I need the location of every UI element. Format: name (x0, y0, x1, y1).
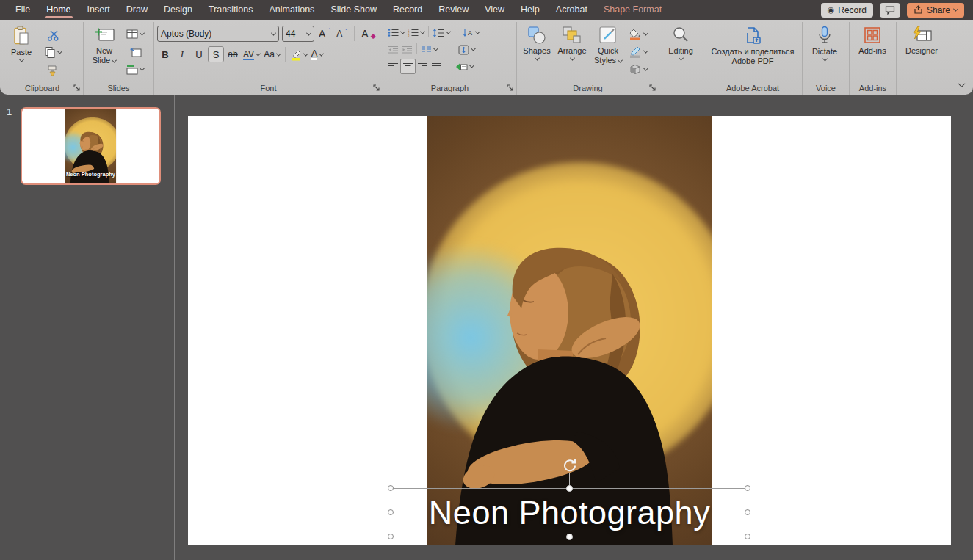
clear-formatting-button[interactable]: A◆ (360, 26, 377, 42)
new-slide-button[interactable]: New Slide (87, 23, 122, 65)
font-name-select[interactable]: Aptos (Body) (157, 26, 279, 42)
text-shadow-button[interactable]: S (208, 46, 224, 62)
tab-animations[interactable]: Animations (261, 0, 323, 20)
share-button[interactable]: Share (907, 3, 964, 18)
record-icon: ◉ (828, 6, 835, 14)
justify-button[interactable] (430, 59, 444, 74)
decrease-indent-button[interactable] (386, 42, 400, 57)
paste-button[interactable]: Paste (4, 23, 38, 62)
shape-fill-button[interactable] (627, 26, 649, 42)
share-icon (914, 5, 923, 15)
dictate-button[interactable]: Dictate (806, 23, 844, 62)
line-spacing-button[interactable] (431, 25, 452, 40)
copy-button[interactable] (43, 45, 63, 60)
tab-design[interactable]: Design (156, 0, 200, 20)
arrange-button[interactable]: Arrange (554, 23, 590, 61)
editing-button[interactable]: Editing (662, 23, 699, 61)
tab-view[interactable]: View (477, 0, 513, 20)
group-drawing: Shapes Arrange Quick Styles (517, 22, 659, 95)
slide-photo[interactable] (427, 116, 712, 545)
resize-handle-s[interactable] (566, 534, 573, 540)
align-text-button[interactable] (457, 42, 477, 57)
decrease-font-button[interactable]: Aˇ (335, 26, 349, 42)
quick-styles-icon (598, 26, 618, 45)
microphone-icon (816, 26, 833, 46)
font-size-select[interactable]: 44 (282, 26, 314, 42)
drawing-dialog-launcher[interactable] (649, 84, 656, 92)
highlight-color-button[interactable] (289, 47, 309, 62)
tab-draw[interactable]: Draw (118, 0, 156, 20)
text-direction-button[interactable]: A (460, 25, 481, 40)
font-dialog-launcher[interactable] (373, 84, 380, 92)
tab-file[interactable]: File (7, 0, 38, 20)
group-addins: Add-ins Add-ins (850, 22, 897, 95)
find-icon (671, 26, 690, 45)
tab-slide-show[interactable]: Slide Show (322, 0, 385, 20)
designer-icon (911, 26, 933, 45)
bold-button[interactable]: B (157, 46, 173, 62)
shape-outline-button[interactable] (627, 44, 649, 59)
resize-handle-ne[interactable] (745, 485, 750, 491)
increase-font-button[interactable]: Aˆ (317, 26, 332, 42)
comment-icon (885, 6, 895, 15)
align-right-button[interactable] (416, 59, 430, 74)
group-designer: Designer (897, 22, 950, 95)
layout-button[interactable] (125, 26, 145, 42)
rotate-handle[interactable] (562, 457, 578, 473)
shapes-button[interactable]: Shapes (520, 23, 554, 61)
slide-thumbnail[interactable]: Neon Photography (21, 107, 161, 185)
underline-button[interactable]: U (191, 46, 207, 62)
tab-record[interactable]: Record (385, 0, 430, 20)
addins-button[interactable]: Add-ins (853, 23, 892, 56)
collapse-ribbon-button[interactable] (959, 77, 964, 90)
italic-button[interactable]: I (174, 46, 190, 62)
align-left-button[interactable] (386, 59, 400, 74)
smartart-button[interactable] (454, 59, 475, 74)
section-chevron-icon (140, 66, 145, 71)
svg-text:3: 3 (408, 34, 410, 37)
font-color-button[interactable]: A (310, 47, 325, 62)
clipboard-dialog-launcher[interactable] (73, 84, 81, 92)
tab-shape-format[interactable]: Shape Format (596, 0, 670, 20)
new-slide-chevron-icon (112, 57, 117, 62)
slide-canvas[interactable]: Neon Photography (188, 116, 951, 545)
menu-bar: File Home Insert Draw Design Transitions… (0, 0, 973, 20)
tab-review[interactable]: Review (430, 0, 477, 20)
resize-handle-n[interactable] (566, 485, 573, 492)
align-center-button[interactable] (400, 59, 416, 74)
record-button[interactable]: ◉ Record (821, 3, 873, 18)
resize-handle-w[interactable] (388, 509, 394, 515)
paragraph-dialog-launcher[interactable] (507, 84, 514, 92)
shape-effects-button[interactable] (627, 62, 649, 77)
reset-button[interactable] (125, 44, 145, 59)
slide-number: 1 (7, 106, 12, 117)
resize-handle-se[interactable] (745, 534, 750, 539)
numbering-button[interactable]: 123 (406, 25, 426, 40)
change-case-button[interactable]: Aa (262, 47, 282, 62)
strikethrough-button[interactable]: ab (225, 46, 241, 62)
format-painter-button[interactable] (43, 62, 63, 78)
portrait-woman (427, 116, 712, 545)
svg-text:A: A (468, 29, 472, 37)
cut-button[interactable] (43, 27, 63, 43)
tab-acrobat[interactable]: Acrobat (548, 0, 596, 20)
increase-indent-button[interactable] (400, 42, 414, 57)
comments-button[interactable] (880, 3, 900, 18)
designer-button[interactable]: Designer (900, 23, 944, 56)
resize-handle-nw[interactable] (388, 485, 394, 491)
tab-help[interactable]: Help (513, 0, 548, 20)
section-button[interactable] (125, 62, 145, 77)
character-spacing-button[interactable]: AV (242, 47, 261, 62)
resize-handle-e[interactable] (745, 509, 750, 515)
tab-transitions[interactable]: Transitions (200, 0, 261, 20)
columns-button[interactable] (419, 42, 439, 57)
create-pdf-button[interactable]: Создать и поделитьсяAdobe PDF (706, 23, 799, 65)
quick-styles-button[interactable]: Quick Styles (590, 23, 626, 65)
tab-home[interactable]: Home (38, 0, 79, 20)
resize-handle-sw[interactable] (388, 534, 394, 539)
share-chevron-icon (953, 7, 958, 12)
textbox-selection[interactable] (391, 488, 748, 537)
tab-insert[interactable]: Insert (79, 0, 118, 20)
bullets-button[interactable] (386, 25, 406, 40)
group-editing: Editing (659, 22, 703, 95)
